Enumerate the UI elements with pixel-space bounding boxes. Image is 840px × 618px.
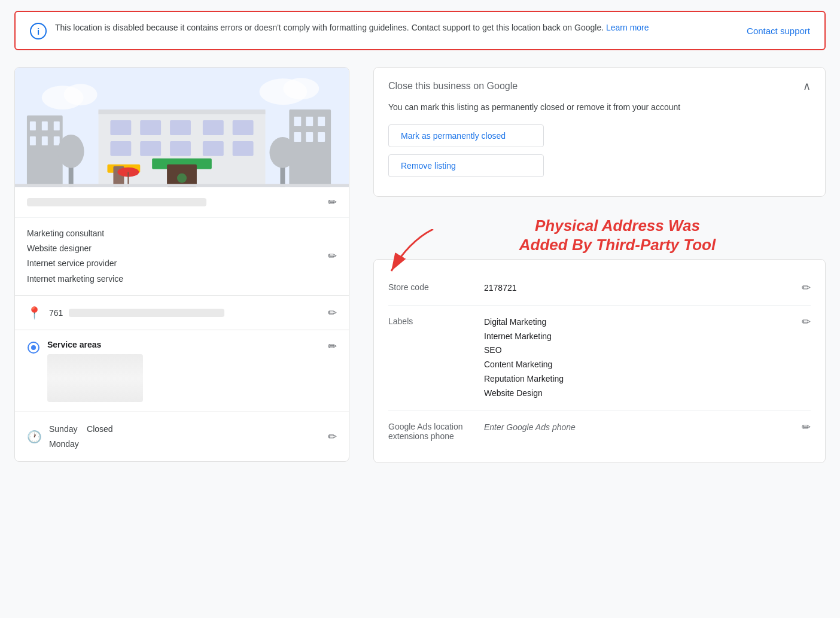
main-content: ✏ Marketing consultant Website designer … xyxy=(0,61,840,477)
categories-row: Marketing consultant Website designer In… xyxy=(15,218,349,296)
svg-rect-7 xyxy=(42,121,48,130)
store-code-label: Store code xyxy=(388,281,484,292)
edit-labels-icon[interactable]: ✏ xyxy=(802,315,811,328)
svg-rect-11 xyxy=(54,136,60,145)
hours-left: 🕐 Sunday Closed Monday xyxy=(27,422,113,452)
svg-point-39 xyxy=(177,173,187,183)
annotation-text: Physical Address Was Added By Third-Part… xyxy=(519,216,716,255)
svg-rect-30 xyxy=(110,141,131,156)
label-3: SEO xyxy=(484,343,795,358)
svg-point-22 xyxy=(269,137,296,168)
label-6: Website Design xyxy=(484,386,795,401)
svg-rect-6 xyxy=(30,121,36,130)
alert-left: i This location is disabled because it c… xyxy=(30,22,728,39)
address-left: 📍 761 xyxy=(27,306,224,320)
svg-rect-31 xyxy=(140,141,161,156)
info-icon: i xyxy=(30,23,47,39)
mark-closed-button[interactable]: Mark as permanently closed xyxy=(388,124,544,147)
edit-google-ads-icon[interactable]: ✏ xyxy=(802,421,811,434)
right-panel: Close this business on Google ∧ You can … xyxy=(349,67,826,463)
service-left: Service areas xyxy=(27,340,143,402)
svg-rect-25 xyxy=(110,120,131,135)
location-pin-icon: 📍 xyxy=(27,306,42,320)
svg-point-44 xyxy=(31,345,36,350)
annotation-arrow xyxy=(385,229,445,277)
edit-hours-icon[interactable]: ✏ xyxy=(328,430,337,443)
alert-message: This location is disabled because it con… xyxy=(55,22,649,34)
google-ads-row: Google Ads location extensions phone Ent… xyxy=(388,411,811,450)
label-5: Reputation Marketing xyxy=(484,372,795,386)
edit-address-icon[interactable]: ✏ xyxy=(328,306,337,319)
svg-rect-29 xyxy=(233,120,254,135)
category-3: Internet service provider xyxy=(27,256,123,271)
hours-row: 🕐 Sunday Closed Monday ✏ xyxy=(15,412,349,461)
labels-label: Labels xyxy=(388,315,484,326)
categories-text: Marketing consultant Website designer In… xyxy=(27,226,123,287)
edit-store-code-icon[interactable]: ✏ xyxy=(802,281,811,294)
label-4: Content Marketing xyxy=(484,358,795,372)
contact-support-link[interactable]: Contact support xyxy=(747,26,810,36)
label-2: Internet Marketing xyxy=(484,330,795,344)
google-ads-label: Google Ads location extensions phone xyxy=(388,421,484,441)
edit-name-icon[interactable]: ✏ xyxy=(328,196,337,209)
address-row: 📍 761 ✏ xyxy=(15,296,349,330)
annotation-area: Physical Address Was Added By Third-Part… xyxy=(373,211,826,259)
close-section-header: Close this business on Google ∧ xyxy=(388,80,811,93)
svg-rect-20 xyxy=(318,132,325,142)
store-code-row: Store code 2178721 ✏ xyxy=(388,272,811,306)
left-panel: ✏ Marketing consultant Website designer … xyxy=(14,67,349,462)
svg-rect-15 xyxy=(294,117,301,126)
alert-banner: i This location is disabled because it c… xyxy=(14,11,826,50)
annotation-line2: Added By Third-Party Tool xyxy=(519,235,716,255)
service-areas-label: Service areas xyxy=(47,340,143,349)
svg-rect-10 xyxy=(42,136,48,145)
chevron-up-icon[interactable]: ∧ xyxy=(803,80,811,93)
service-areas-row: Service areas ✏ xyxy=(15,330,349,412)
svg-rect-34 xyxy=(233,141,254,156)
svg-rect-24 xyxy=(99,109,266,114)
svg-rect-9 xyxy=(30,136,36,145)
category-4: Internet marketing service xyxy=(27,272,123,287)
svg-rect-18 xyxy=(294,132,301,142)
svg-rect-27 xyxy=(170,120,191,135)
annotation-line1: Physical Address Was xyxy=(519,216,716,236)
svg-rect-26 xyxy=(140,120,161,135)
business-name-blurred xyxy=(27,198,206,206)
store-code-value: 2178721 xyxy=(484,281,795,296)
svg-point-13 xyxy=(58,135,84,168)
details-section: Store code 2178721 ✏ Labels Digital Mark… xyxy=(373,259,826,463)
service-area-icon xyxy=(27,341,40,357)
hours-content: Sunday Closed Monday xyxy=(49,422,113,452)
edit-categories-icon[interactable]: ✏ xyxy=(328,249,337,263)
labels-values: Digital MarketingInternet MarketingSEOCo… xyxy=(484,315,795,401)
business-illustration xyxy=(15,68,349,187)
address-content: 761 xyxy=(49,308,224,318)
remove-listing-button[interactable]: Remove listing xyxy=(388,154,544,177)
edit-service-areas-icon[interactable]: ✏ xyxy=(328,340,337,353)
details-container: Physical Address Was Added By Third-Part… xyxy=(373,211,826,463)
svg-point-2 xyxy=(64,84,98,105)
svg-rect-42 xyxy=(15,184,349,187)
sunday-hours: Sunday Closed xyxy=(49,422,113,437)
close-section-desc: You can mark this listing as permanently… xyxy=(388,101,811,114)
close-business-section: Close this business on Google ∧ You can … xyxy=(373,67,826,197)
svg-point-4 xyxy=(283,78,319,99)
learn-more-link[interactable]: Learn more xyxy=(606,23,649,32)
svg-rect-32 xyxy=(170,141,191,156)
service-content: Service areas xyxy=(47,340,143,402)
svg-rect-17 xyxy=(318,117,325,126)
address-blurred xyxy=(69,309,224,317)
svg-rect-33 xyxy=(203,141,224,156)
svg-rect-28 xyxy=(203,120,224,135)
category-2: Website designer xyxy=(27,241,123,256)
address-number: 761 xyxy=(49,308,63,318)
monday-hours: Monday xyxy=(49,437,113,452)
label-1: Digital Marketing xyxy=(484,315,795,330)
svg-rect-19 xyxy=(306,132,313,142)
category-1: Marketing consultant xyxy=(27,226,123,241)
google-ads-value: Enter Google Ads phone xyxy=(484,421,795,435)
svg-rect-16 xyxy=(306,117,313,126)
clock-icon: 🕐 xyxy=(27,430,42,444)
business-name-row: ✏ xyxy=(15,187,349,218)
labels-row: Labels Digital MarketingInternet Marketi… xyxy=(388,306,811,411)
